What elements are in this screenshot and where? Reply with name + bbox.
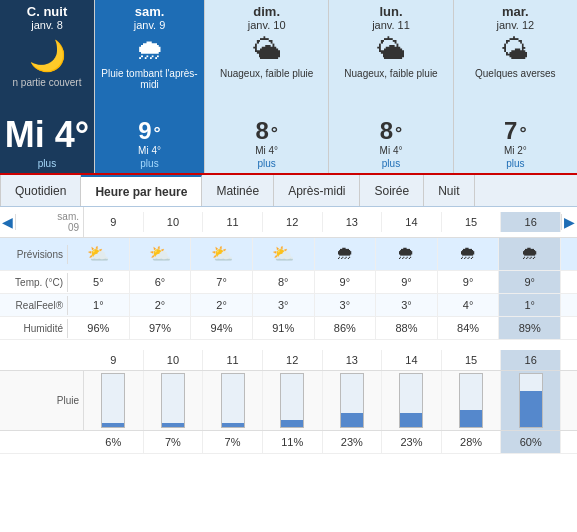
hour-cells: 9 10 11 12 13 14 15 16 [84,212,561,232]
day-card-sunday[interactable]: dim. janv. 10 🌥 Nuageux, faible pluie 8 … [205,0,329,173]
temp-4: 9° [315,271,377,293]
rain-hour-5: 14 [382,350,442,370]
day-card-tuesday[interactable]: mar. janv. 12 🌤 Quelques averses 7 ° Mi … [454,0,577,173]
sunday-dayname: dim. [253,4,280,19]
rf-7: 1° [499,294,561,316]
tonight-icon: 🌙 [29,38,66,73]
sunday-desc: Nuageux, faible pluie [220,68,313,115]
tonight-more[interactable]: plus [38,158,56,169]
rain-bar-cell-3 [263,371,323,430]
hour-cell-3: 12 [263,212,323,232]
day-card-tonight[interactable]: C. nuit janv. 8 🌙 n partie couvert Mi 4°… [0,0,95,173]
tuesday-date: janv. 12 [496,19,534,31]
day-card-saturday[interactable]: sam. janv. 9 🌧 Pluie tombant l'après-mid… [95,0,205,173]
icon-4: 🌧 [315,238,377,270]
hour-cell-2: 11 [203,212,263,232]
rf-0: 1° [68,294,130,316]
pct-6: 28% [442,431,502,453]
rain-bar-cell-5 [382,371,442,430]
monday-icon: 🌥 [377,36,405,64]
next-arrow[interactable]: ▶ [561,214,577,230]
rain-chart: Pluie [0,371,577,431]
rf-5: 3° [376,294,438,316]
monday-desc: Nuageux, faible pluie [344,68,437,115]
tuesday-desc: Quelques averses [475,68,556,115]
icon-6: 🌧 [438,238,500,270]
tabs-bar: Quotidien Heure par heure Matinée Après-… [0,175,577,207]
rain-bar-cell-6 [442,371,502,430]
tuesday-dayname: mar. [502,4,529,19]
tonight-temp: Mi 4° [5,114,89,155]
hour-cell-4: 13 [323,212,383,232]
temp-6: 9° [438,271,500,293]
label-spacer: sam. 09 [16,207,84,237]
temp-2: 7° [191,271,253,293]
rain-hour-2: 11 [203,350,263,370]
hum-7: 89% [499,317,561,339]
rain-bar-cell-2 [203,371,263,430]
hour-cell-6: 15 [442,212,502,232]
saturday-more[interactable]: plus [140,158,158,169]
tab-quotidien[interactable]: Quotidien [0,175,81,206]
hourly-section: ◀ sam. 09 9 10 11 12 13 14 15 16 ▶ Prévi… [0,207,577,454]
pct-0: 6% [84,431,144,453]
rain-bar-3 [281,420,303,427]
rain-pct-cells: 6% 7% 7% 11% 23% 23% 28% 60% [84,431,561,453]
previsions-label: Prévisions [0,245,68,264]
tab-apres-midi[interactable]: Après-midi [274,175,360,206]
rain-bar-5 [400,413,422,427]
prev-arrow[interactable]: ◀ [0,214,16,230]
tonight-label: C. nuit [27,4,67,19]
sunday-temp: 8 [255,117,268,145]
hour-cell-5: 14 [382,212,442,232]
rain-hour-4: 13 [323,350,383,370]
rain-bar-cell-7 [501,371,561,430]
hour-cell-0: 9 [84,212,144,232]
humidity-label: Humidité [0,319,68,338]
rain-bar-label: Pluie [16,371,84,430]
humidity-cells: 96% 97% 94% 91% 86% 88% 84% 89% [68,317,561,339]
tuesday-tempsub: Mi 2° [504,145,527,156]
icon-3: ⛅ [253,238,315,270]
hour-cell-7: 16 [501,212,561,232]
rain-hour-header: 9 10 11 12 13 14 15 16 [0,350,577,371]
realfeel-row: RealFeel® 1° 2° 2° 3° 3° 3° 4° 1° [0,294,577,317]
section-spacer [0,340,577,350]
tonight-date: janv. 8 [31,19,63,31]
hum-4: 86% [315,317,377,339]
rain-hour-3: 12 [263,350,323,370]
tuesday-more[interactable]: plus [506,158,524,169]
rain-hour-7: 16 [501,350,561,370]
rain-bar-6 [460,410,482,427]
sunday-date: janv. 10 [248,19,286,31]
icon-1: ⛅ [130,238,192,270]
saturday-dayname: sam. [135,4,165,19]
rf-6: 4° [438,294,500,316]
pct-5: 23% [382,431,442,453]
icon-0: ⛅ [68,238,130,270]
hum-6: 84% [438,317,500,339]
humidity-row: Humidité 96% 97% 94% 91% 86% 88% 84% 89% [0,317,577,340]
temp-7: 9° [499,271,561,293]
tab-matinee[interactable]: Matinée [202,175,274,206]
rf-2: 2° [191,294,253,316]
hum-2: 94% [191,317,253,339]
saturday-date: janv. 9 [134,19,166,31]
rain-bar-cell-1 [144,371,204,430]
icon-5: 🌧 [376,238,438,270]
day-card-monday[interactable]: lun. janv. 11 🌥 Nuageux, faible pluie 8 … [329,0,453,173]
tab-heure-par-heure[interactable]: Heure par heure [81,175,202,206]
monday-more[interactable]: plus [382,158,400,169]
tab-soiree[interactable]: Soirée [360,175,424,206]
tonight-unit: ° [75,114,89,155]
temp-row: Temp. (°C) 5° 6° 7° 8° 9° 9° 9° 9° [0,271,577,294]
temp-0: 5° [68,271,130,293]
sunday-more[interactable]: plus [257,158,275,169]
rain-hour-6: 15 [442,350,502,370]
temp-5: 9° [376,271,438,293]
date-label: sam. 09 [16,207,83,237]
rain-hour-1: 10 [144,350,204,370]
tab-nuit[interactable]: Nuit [424,175,474,206]
hour-cell-1: 10 [144,212,204,232]
icon-2: ⛅ [191,238,253,270]
